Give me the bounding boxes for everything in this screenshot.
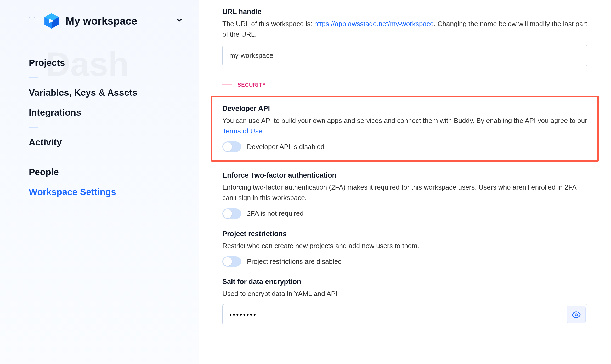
chevron-down-icon[interactable]: [176, 16, 183, 26]
sidebar-item-workspace-settings[interactable]: Workspace Settings: [29, 182, 199, 202]
url-handle-desc: The URL of this workspace is: https://ap…: [222, 19, 587, 40]
salt-input-wrap: [222, 304, 587, 325]
sidebar-item-activity[interactable]: Activity: [29, 132, 199, 152]
url-handle-label: URL handle: [222, 8, 587, 16]
salt-section: Salt for data encryption Used to encrypt…: [222, 278, 587, 325]
sidebar-item-integrations[interactable]: Integrations: [29, 103, 199, 122]
developer-api-toggle-label: Developer API is disabled: [247, 143, 324, 151]
workspace-logo: [43, 13, 60, 29]
enforce-2fa-label: Enforce Two-factor authentication: [222, 171, 587, 179]
project-restrictions-label: Project restrictions: [222, 230, 587, 238]
enforce-2fa-desc: Enforcing two-factor authentication (2FA…: [222, 182, 587, 203]
developer-api-desc: You can use API to build your own apps a…: [222, 115, 587, 136]
security-heading: SECURITY: [222, 82, 587, 88]
main-content: URL handle The URL of this workspace is:…: [199, 0, 611, 364]
url-handle-input[interactable]: [222, 45, 587, 66]
apps-grid-icon[interactable]: [29, 17, 37, 25]
salt-input[interactable]: [223, 304, 565, 325]
sidebar-item-variables[interactable]: Variables, Keys & Assets: [29, 83, 199, 103]
project-restrictions-desc: Restrict who can create new projects and…: [222, 241, 587, 251]
sidebar-nav: Projects Variables, Keys & Assets Integr…: [29, 53, 199, 202]
project-restrictions-toggle[interactable]: [222, 256, 241, 267]
project-restrictions-toggle-row: Project restrictions are disabled: [222, 256, 587, 267]
reveal-salt-button[interactable]: [567, 306, 586, 323]
terms-of-use-link[interactable]: Terms of Use: [222, 127, 262, 135]
project-restrictions-section: Project restrictions Restrict who can cr…: [222, 230, 587, 267]
developer-api-label: Developer API: [222, 105, 587, 113]
developer-api-toggle-row: Developer API is disabled: [222, 141, 587, 152]
eye-icon: [572, 310, 581, 319]
sidebar-item-projects[interactable]: Projects: [29, 53, 199, 73]
salt-label: Salt for data encryption: [222, 278, 587, 286]
enforce-2fa-toggle-label: 2FA is not required: [247, 209, 304, 218]
developer-api-toggle[interactable]: [222, 141, 241, 152]
project-restrictions-toggle-label: Project restrictions are disabled: [247, 258, 342, 266]
workspace-url-link[interactable]: https://app.awsstage.net/my-workspace: [314, 20, 434, 28]
enforce-2fa-section: Enforce Two-factor authentication Enforc…: [222, 171, 587, 219]
workspace-header: My workspace: [29, 13, 199, 29]
svg-point-4: [575, 314, 578, 316]
sidebar: My workspace Dash Projects Variables, Ke…: [0, 0, 199, 364]
enforce-2fa-toggle-row: 2FA is not required: [222, 208, 587, 219]
enforce-2fa-toggle[interactable]: [222, 208, 241, 219]
developer-api-section: Developer API You can use API to build y…: [211, 96, 599, 162]
sidebar-item-people[interactable]: People: [29, 162, 199, 182]
url-handle-section: URL handle The URL of this workspace is:…: [222, 8, 587, 66]
salt-desc: Used to encrypt data in YAML and API: [222, 288, 587, 299]
workspace-title[interactable]: My workspace: [66, 15, 170, 27]
